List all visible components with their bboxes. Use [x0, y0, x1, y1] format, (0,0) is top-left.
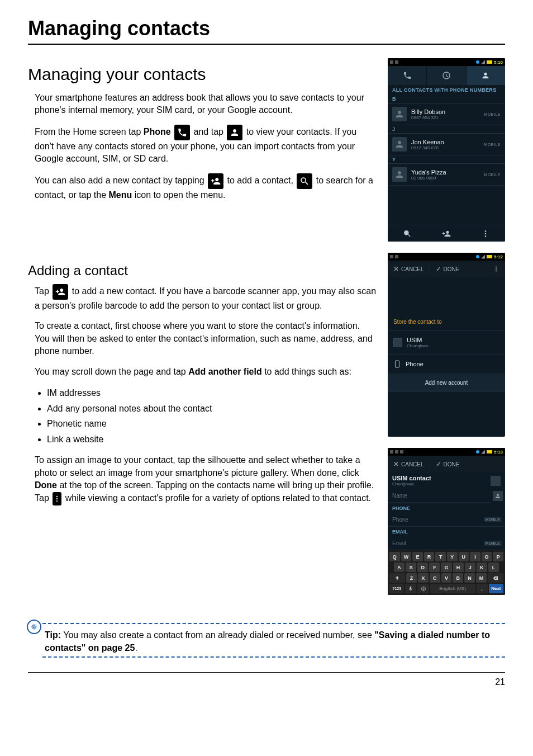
- email-type-selector[interactable]: MOBILE: [484, 541, 502, 546]
- shift-key[interactable]: [389, 573, 405, 583]
- option-usim[interactable]: USIM Chunghwa: [388, 330, 505, 354]
- contact-row[interactable]: Jon Keenan 0912 345 678 MOBILE: [388, 134, 505, 155]
- contact-number: 02 986 9899: [411, 176, 480, 181]
- key[interactable]: Y: [447, 552, 458, 561]
- add-contact-button[interactable]: [427, 225, 466, 242]
- tab-recent[interactable]: [427, 66, 466, 85]
- key[interactable]: B: [453, 573, 463, 583]
- p3-b: to add a contact,: [227, 176, 296, 185]
- p2-a: From the Home screen tap: [35, 127, 144, 136]
- svg-point-2: [485, 235, 487, 237]
- account-sub: Chunghwa: [392, 481, 431, 486]
- top-actions: ✕ CANCEL ✓ DONE: [388, 456, 505, 472]
- key[interactable]: E: [412, 552, 423, 561]
- svg-point-5: [56, 500, 58, 501]
- tip-b: .: [135, 643, 137, 653]
- key[interactable]: W: [401, 552, 412, 561]
- menu-button[interactable]: [466, 225, 505, 242]
- globe-key[interactable]: [417, 584, 429, 593]
- account-title: USIM contact: [392, 475, 431, 481]
- phone-input[interactable]: Phone: [388, 513, 484, 526]
- screenshot-contacts-list: 5:10 ALL CONTACTS WITH PHONE NUMBERS B B…: [388, 58, 505, 242]
- key[interactable]: X: [418, 573, 429, 583]
- contact-type: MOBILE: [484, 143, 501, 147]
- key[interactable]: I: [470, 552, 480, 561]
- key[interactable]: C: [430, 573, 440, 583]
- contact-photo-button[interactable]: [493, 491, 503, 501]
- avatar: [392, 107, 407, 121]
- p4-b: to add a new contact. If you have a barc…: [35, 286, 376, 310]
- top-actions: ✕ CANCEL ✓ DONE: [388, 261, 505, 277]
- key[interactable]: O: [482, 552, 492, 561]
- key[interactable]: G: [441, 563, 451, 572]
- next-key[interactable]: Next: [489, 584, 503, 593]
- svg-point-8: [496, 271, 497, 272]
- option-phone[interactable]: Phone: [388, 354, 505, 374]
- backspace-key[interactable]: [488, 573, 503, 583]
- key[interactable]: D: [417, 563, 428, 572]
- key[interactable]: L: [488, 563, 499, 572]
- key[interactable]: Z: [406, 573, 417, 583]
- p4-a: Tap: [35, 286, 51, 296]
- key[interactable]: A: [394, 563, 404, 572]
- name-input[interactable]: Name: [388, 489, 491, 503]
- key[interactable]: K: [477, 563, 487, 572]
- screenshot-edit-contact: 5:13 ✕ CANCEL ✓ DONE USIM contact Chungh…: [388, 448, 505, 595]
- mic-key[interactable]: [405, 584, 416, 593]
- contact-type: MOBILE: [484, 112, 501, 116]
- key[interactable]: P: [493, 552, 503, 561]
- contact-row[interactable]: Billy Dobson 0987 654 321 MOBILE: [388, 103, 505, 125]
- symbols-key[interactable]: ?123: [389, 584, 404, 593]
- para-add-search: You can also add a new contact by tappin…: [28, 173, 377, 201]
- alpha-j: J: [388, 125, 505, 134]
- bullet-item: Link a website: [47, 432, 377, 447]
- key[interactable]: J: [465, 563, 475, 572]
- key[interactable]: U: [459, 552, 469, 561]
- done-button[interactable]: ✓ DONE: [430, 265, 465, 273]
- cancel-label: CANCEL: [401, 266, 424, 272]
- key[interactable]: V: [441, 573, 452, 583]
- key[interactable]: Q: [389, 552, 400, 561]
- key[interactable]: H: [453, 563, 464, 572]
- status-bar: 5:12: [388, 253, 505, 261]
- done-label: DONE: [444, 266, 460, 272]
- done-button[interactable]: ✓ DONE: [430, 460, 465, 468]
- tab-contacts[interactable]: [467, 66, 505, 85]
- status-time: 5:13: [494, 450, 503, 455]
- status-bar: 5:10: [388, 58, 505, 66]
- cancel-button[interactable]: ✕ CANCEL: [388, 265, 430, 273]
- period-key[interactable]: .: [477, 584, 488, 593]
- tab-dialer[interactable]: [388, 66, 427, 85]
- contacts-bottom-bar: [388, 225, 505, 242]
- search-icon: [297, 173, 312, 189]
- svg-rect-9: [396, 361, 399, 367]
- key[interactable]: T: [435, 552, 446, 561]
- key[interactable]: N: [464, 573, 475, 583]
- key[interactable]: M: [476, 573, 487, 583]
- cancel-button[interactable]: ✕ CANCEL: [388, 460, 430, 468]
- bullet-item: IM addresses: [47, 386, 377, 400]
- search-button[interactable]: [388, 225, 427, 242]
- key[interactable]: R: [424, 552, 435, 561]
- screenshot-store-contact: 5:12 ✕ CANCEL ✓ DONE Store the contact t…: [388, 253, 505, 437]
- overflow-menu-button[interactable]: [487, 266, 505, 272]
- add-account-button[interactable]: Add new account: [388, 374, 505, 392]
- add-contact-icon: [53, 284, 68, 300]
- email-input[interactable]: Email: [388, 537, 484, 550]
- contacts-tabs[interactable]: [388, 66, 505, 85]
- phone-type-selector[interactable]: MOBILE: [484, 517, 502, 522]
- subsection-title: Adding a contact: [28, 263, 377, 278]
- overflow-menu-icon: [53, 492, 61, 505]
- space-key[interactable]: English (US): [430, 584, 475, 593]
- key[interactable]: S: [406, 563, 416, 572]
- key[interactable]: F: [429, 563, 440, 572]
- tip-divider-bottom: [42, 656, 505, 658]
- contact-number: 0912 345 678: [411, 145, 480, 150]
- contact-row[interactable]: Yuda's Pizza 02 986 9899 MOBILE: [388, 164, 505, 186]
- tip-a: You may also create a contact from an al…: [61, 630, 374, 640]
- phone-icon: [393, 360, 401, 368]
- status-time: 5:12: [494, 254, 503, 259]
- avatar: [392, 167, 407, 182]
- para-create-contact: To create a contact, first choose where …: [28, 320, 377, 357]
- cancel-label: CANCEL: [401, 461, 424, 467]
